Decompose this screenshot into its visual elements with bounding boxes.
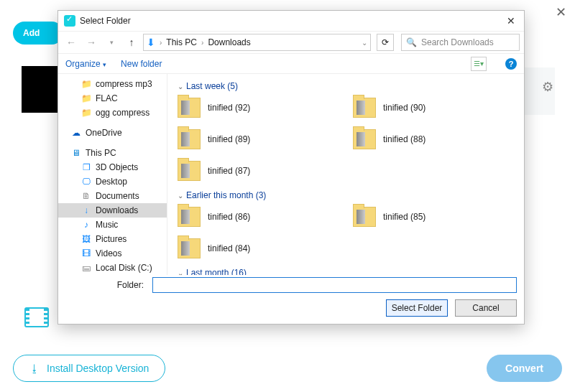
refresh-button[interactable]: ⟳: [377, 34, 394, 51]
folder-item[interactable]: tinified (87): [178, 159, 339, 183]
chevron-down-icon: ⌄: [178, 192, 183, 200]
folder-item[interactable]: tinified (86): [178, 205, 339, 229]
tree-item[interactable]: 📁FLAC: [58, 91, 167, 106]
search-input[interactable]: 🔍 Search Downloads: [401, 34, 520, 51]
tree-item[interactable]: 🖥This PC: [58, 146, 167, 160]
group-title: Last week (5): [186, 81, 238, 91]
doc-icon: 🗎: [81, 191, 91, 201]
chevron-down-icon: ⌄: [178, 83, 183, 90]
tree-item[interactable]: ❒3D Objects: [58, 160, 167, 174]
tree-item-label: compress mp3: [96, 79, 152, 89]
folder-label: tinified (86): [208, 212, 250, 222]
tree-item[interactable]: 📁ogg compress: [58, 106, 167, 120]
app-close-icon[interactable]: ✕: [556, 4, 566, 20]
folder-item[interactable]: tinified (84): [178, 236, 339, 261]
folder-icon: [353, 129, 376, 149]
tree-item[interactable]: 🖵Desktop: [58, 174, 167, 189]
group-title: Last month (16): [186, 268, 247, 275]
group-header[interactable]: ⌄Earlier this month (3): [178, 190, 514, 200]
video-thumbnail: [22, 66, 58, 113]
folder-tree: 📁compress mp3📁FLAC📁ogg compress☁OneDrive…: [58, 74, 167, 275]
tree-item[interactable]: 🖴Local Disk (C:): [58, 261, 167, 275]
tree-item-label: Desktop: [96, 177, 127, 187]
nav-up-button[interactable]: ↑: [123, 34, 140, 51]
nav-forward-button[interactable]: →: [83, 34, 100, 51]
cube-icon: ❒: [81, 162, 91, 172]
tree-item-label: Downloads: [96, 205, 138, 215]
folder-item[interactable]: tinified (90): [353, 95, 514, 120]
chevron-down-icon: ▾: [103, 61, 106, 68]
download-icon: ↓: [81, 205, 91, 215]
install-desktop-button[interactable]: ⭳ Install Desktop Version: [13, 355, 165, 382]
group-title: Earlier this month (3): [186, 190, 266, 200]
folder-item[interactable]: tinified (88): [353, 127, 514, 151]
search-icon: 🔍: [406, 37, 417, 47]
folder-field-label: Folder:: [65, 280, 148, 290]
gear-icon[interactable]: ⚙: [542, 79, 553, 95]
breadcrumb-root[interactable]: This PC: [166, 37, 197, 47]
breadcrumb-current[interactable]: Downloads: [208, 37, 250, 47]
cancel-button[interactable]: Cancel: [455, 299, 517, 317]
film-icon: [24, 307, 49, 327]
group-header[interactable]: ⌄Last week (5): [178, 81, 514, 91]
folder-label: tinified (88): [383, 134, 426, 144]
organize-menu[interactable]: Organize ▾: [65, 59, 106, 69]
app-logo-icon: [64, 15, 75, 27]
tree-item-label: FLAC: [96, 93, 118, 103]
tree-item[interactable]: 📁compress mp3: [58, 77, 167, 91]
folder-item[interactable]: tinified (92): [178, 95, 339, 120]
dialog-title: Select Folder: [80, 16, 504, 26]
folder-name-input[interactable]: [152, 277, 517, 293]
breadcrumb[interactable]: ⬇ › This PC › Downloads ⌄: [143, 34, 371, 51]
tree-item[interactable]: ☁OneDrive: [58, 126, 167, 140]
tree-item-label: Music: [96, 220, 118, 230]
music-icon: ♪: [81, 220, 91, 230]
folder-icon: 📁: [81, 79, 91, 89]
folder-name-row: Folder:: [58, 275, 524, 295]
folder-label: tinified (87): [208, 166, 250, 176]
search-placeholder: Search Downloads: [421, 37, 494, 47]
folder-label: tinified (89): [208, 134, 250, 144]
tree-item-label: Local Disk (C:): [96, 263, 152, 273]
tree-item[interactable]: 🎞Videos: [58, 246, 167, 261]
tree-item[interactable]: 🖼Pictures: [58, 232, 167, 246]
select-folder-button[interactable]: Select Folder: [386, 299, 448, 317]
tree-item-label: 3D Objects: [96, 162, 138, 172]
chevron-right-icon: ›: [160, 39, 162, 47]
folder-icon: 📁: [81, 108, 91, 118]
folder-content: ⌄Last week (5)tinified (92)tinified (90)…: [167, 74, 524, 275]
convert-button[interactable]: Convert: [487, 355, 562, 382]
tree-item[interactable]: 🗎Documents: [58, 189, 167, 203]
folder-label: tinified (84): [208, 243, 250, 253]
tree-item[interactable]: ♪Music: [58, 218, 167, 232]
chevron-down-icon: ⌄: [178, 269, 183, 275]
folder-label: tinified (90): [383, 103, 426, 113]
tree-item[interactable]: ↓Downloads: [58, 203, 167, 218]
folder-icon: 📁: [81, 93, 91, 103]
folder-icon: [353, 98, 376, 118]
help-icon[interactable]: ?: [505, 58, 517, 70]
desktop-icon: 🖵: [81, 177, 91, 187]
video-icon: 🎞: [81, 248, 91, 258]
folder-item[interactable]: tinified (85): [353, 205, 514, 229]
chevron-down-icon[interactable]: ⌄: [362, 39, 367, 47]
folder-icon: [178, 161, 201, 181]
folder-icon: [178, 207, 201, 227]
add-button[interactable]: Add: [13, 22, 63, 45]
close-icon[interactable]: ✕: [504, 15, 518, 27]
cloud-icon: ☁: [71, 128, 81, 138]
folder-icon: [178, 98, 201, 118]
group-header[interactable]: ⌄Last month (16): [178, 268, 514, 275]
folder-label: tinified (92): [208, 103, 250, 113]
tree-item-label: Videos: [96, 248, 121, 258]
nav-back-button[interactable]: ←: [63, 34, 80, 51]
view-options-button[interactable]: ☰▾: [471, 57, 487, 71]
new-folder-button[interactable]: New folder: [121, 59, 162, 69]
nav-history-button[interactable]: ▾: [103, 34, 120, 51]
download-icon: ⭳: [29, 363, 40, 374]
monitor-icon: 🖥: [71, 148, 81, 158]
folder-label: tinified (85): [383, 212, 426, 222]
tree-item-label: ogg compress: [96, 108, 150, 118]
tree-item-label: Documents: [96, 191, 139, 201]
folder-item[interactable]: tinified (89): [178, 127, 339, 151]
